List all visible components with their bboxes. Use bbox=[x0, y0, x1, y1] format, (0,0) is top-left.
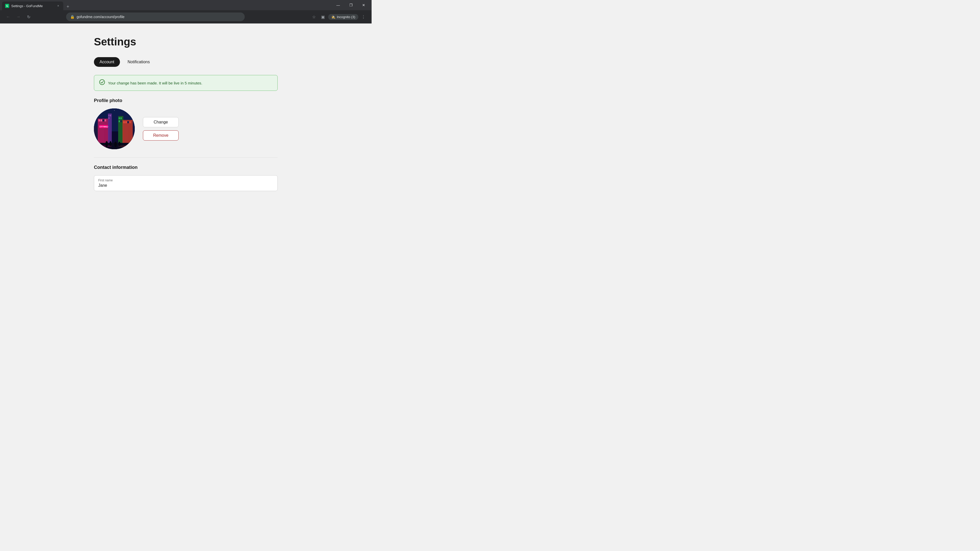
close-button[interactable]: ✕ bbox=[358, 0, 369, 10]
svg-rect-19 bbox=[108, 118, 110, 119]
profile-avatar: CITYWALK bbox=[94, 108, 135, 149]
svg-rect-24 bbox=[121, 121, 122, 122]
success-check-icon bbox=[99, 79, 105, 86]
first-name-field[interactable]: First name Jane bbox=[94, 175, 278, 191]
new-tab-button[interactable]: + bbox=[64, 3, 72, 10]
svg-rect-10 bbox=[99, 119, 100, 121]
svg-rect-11 bbox=[100, 119, 102, 121]
remove-photo-button[interactable]: Remove bbox=[143, 130, 179, 141]
svg-point-34 bbox=[110, 141, 111, 146]
browser-chrome: G Settings - GoFundMe × + — ❐ ✕ ← → ↻ 🔒 … bbox=[0, 0, 372, 24]
first-name-label: First name bbox=[98, 179, 273, 182]
profile-photo-section: Profile photo bbox=[94, 98, 278, 149]
contact-info-title: Contact information bbox=[94, 165, 278, 170]
active-tab[interactable]: G Settings - GoFundMe × bbox=[2, 2, 63, 10]
minimize-button[interactable]: — bbox=[332, 0, 344, 10]
svg-rect-28 bbox=[127, 121, 129, 123]
svg-rect-23 bbox=[119, 121, 120, 122]
incognito-badge[interactable]: 🕵️ Incognito (3) bbox=[328, 14, 358, 20]
tab-account[interactable]: Account bbox=[94, 57, 120, 67]
svg-rect-27 bbox=[125, 121, 127, 123]
tab-close-button[interactable]: × bbox=[56, 4, 60, 8]
incognito-label: Incognito (3) bbox=[337, 15, 355, 19]
section-divider bbox=[94, 157, 278, 158]
page-title: Settings bbox=[94, 36, 278, 48]
svg-rect-26 bbox=[123, 121, 125, 123]
address-input-container[interactable]: 🔒 gofundme.com/account/profile bbox=[66, 13, 245, 21]
address-bar: ← → ↻ 🔒 gofundme.com/account/profile ☆ ▣… bbox=[0, 10, 372, 24]
svg-text:CITYWALK: CITYWALK bbox=[100, 126, 109, 127]
tab-notifications[interactable]: Notifications bbox=[122, 57, 156, 67]
svg-rect-22 bbox=[121, 118, 122, 119]
svg-point-0 bbox=[100, 79, 105, 85]
toolbar-right: ☆ ▣ 🕵️ Incognito (3) ⋮ bbox=[310, 13, 368, 21]
sidebar-button[interactable]: ▣ bbox=[319, 13, 327, 21]
svg-point-33 bbox=[105, 141, 108, 147]
svg-point-37 bbox=[96, 111, 97, 111]
bookmark-button[interactable]: ☆ bbox=[310, 13, 318, 21]
incognito-icon: 🕵️ bbox=[331, 15, 335, 19]
avatar-image: CITYWALK bbox=[94, 108, 135, 149]
svg-rect-18 bbox=[110, 115, 111, 116]
svg-point-36 bbox=[118, 141, 121, 146]
back-button[interactable]: ← bbox=[4, 13, 12, 21]
first-name-value: Jane bbox=[98, 183, 273, 188]
contact-info-section: Contact information First name Jane bbox=[94, 165, 278, 191]
svg-point-40 bbox=[129, 111, 130, 112]
svg-rect-17 bbox=[108, 115, 110, 116]
tab-strip: G Settings - GoFundMe × + bbox=[2, 0, 331, 10]
svg-point-38 bbox=[101, 110, 102, 110]
svg-point-41 bbox=[133, 110, 134, 110]
svg-rect-13 bbox=[105, 119, 106, 121]
menu-button[interactable]: ⋮ bbox=[360, 13, 368, 21]
svg-point-31 bbox=[97, 145, 112, 147]
tab-title: Settings - GoFundMe bbox=[11, 4, 54, 8]
browser-titlebar: G Settings - GoFundMe × + — ❐ ✕ bbox=[0, 0, 372, 10]
svg-point-39 bbox=[114, 110, 115, 111]
forward-button[interactable]: → bbox=[14, 13, 22, 21]
tab-favicon: G bbox=[5, 4, 9, 8]
settings-tabs: Account Notifications bbox=[94, 57, 278, 67]
maximize-button[interactable]: ❐ bbox=[345, 0, 357, 10]
success-message: Your change has been made. It will be li… bbox=[108, 81, 202, 85]
page-content: Settings Account Notifications Your chan… bbox=[0, 24, 372, 208]
success-banner: Your change has been made. It will be li… bbox=[94, 75, 278, 91]
svg-rect-29 bbox=[129, 121, 131, 123]
photo-action-buttons: Change Remove bbox=[143, 117, 179, 141]
profile-photo-title: Profile photo bbox=[94, 98, 278, 103]
settings-container: Settings Account Notifications Your chan… bbox=[84, 24, 288, 208]
security-icon: 🔒 bbox=[70, 15, 75, 19]
url-display: gofundme.com/account/profile bbox=[76, 15, 241, 19]
profile-photo-content: CITYWALK bbox=[94, 108, 278, 149]
svg-point-35 bbox=[115, 141, 117, 147]
window-controls: — ❐ ✕ bbox=[332, 0, 369, 10]
change-photo-button[interactable]: Change bbox=[143, 117, 179, 127]
refresh-button[interactable]: ↻ bbox=[24, 13, 33, 21]
svg-rect-21 bbox=[119, 118, 120, 119]
svg-rect-12 bbox=[103, 119, 104, 121]
